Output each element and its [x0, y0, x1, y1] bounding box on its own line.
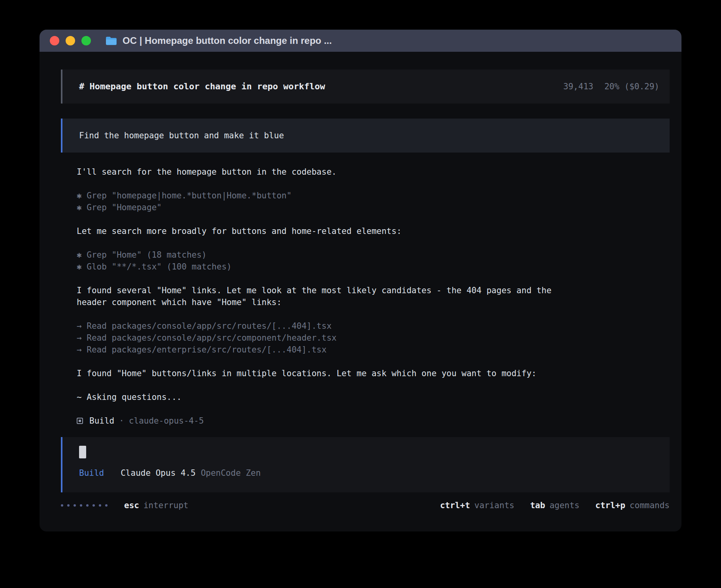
shortcut-label: commands: [630, 499, 670, 511]
model-label[interactable]: Claude Opus 4.5: [121, 467, 196, 479]
user-message-text: Find the homepage button and make it blu…: [79, 130, 284, 141]
tool-call-read: → Read packages/console/app/src/routes/[…: [77, 320, 670, 332]
shortcut-agents: tab agents: [530, 499, 579, 511]
shortcut-hints: ctrl+t variants tab agents ctrl+p comman…: [424, 499, 670, 511]
tool-call-read: → Read packages/console/app/src/componen…: [77, 332, 670, 344]
assistant-status-text: ~ Asking questions...: [77, 391, 670, 403]
shortcut-key: ctrl+p: [595, 499, 625, 511]
agent-build-icon: [77, 418, 83, 424]
tool-call-read: → Read packages/enterprise/src/routes/[.…: [77, 344, 670, 356]
traffic-lights: [50, 36, 91, 45]
close-window-button[interactable]: [50, 36, 59, 45]
titlebar: OC | Homepage button color change in rep…: [40, 30, 681, 52]
tool-call-glob: ✱ Glob "**/*.tsx" (100 matches): [77, 261, 670, 273]
tool-call-grep: ✱ Grep "Home" (18 matches): [77, 249, 670, 261]
assistant-text: I found several "Home" links. Let me loo…: [77, 285, 670, 296]
provider-label: OpenCode Zen: [201, 467, 261, 479]
prompt-input[interactable]: Build Claude Opus 4.5 OpenCode Zen: [61, 437, 670, 492]
separator-dot: ·: [119, 415, 124, 427]
spinner-dots: [61, 504, 108, 507]
transcript: I'll search for the homepage button in t…: [61, 166, 670, 427]
folder-icon: [105, 36, 117, 46]
assistant-text: I'll search for the homepage button in t…: [77, 166, 670, 178]
shortcut-label: variants: [474, 499, 514, 511]
context-usage: 20% ($0.29): [604, 81, 659, 92]
terminal-window: OC | Homepage button color change in rep…: [40, 30, 681, 531]
shortcut-variants: ctrl+t variants: [440, 499, 514, 511]
esc-key-hint: esc: [124, 499, 139, 511]
session-stats: 39,413 20% ($0.29): [563, 81, 659, 92]
tool-call-grep: ✱ Grep "Homepage": [77, 202, 670, 213]
shortcut-key: ctrl+t: [440, 499, 470, 511]
minimize-window-button[interactable]: [66, 36, 75, 45]
shortcut-key: tab: [530, 499, 545, 511]
agent-status-line: Build · claude-opus-4-5: [77, 415, 670, 427]
shortcut-commands: ctrl+p commands: [595, 499, 670, 511]
input-meta: Build Claude Opus 4.5 OpenCode Zen: [79, 467, 659, 479]
agent-name: Build: [89, 415, 114, 427]
esc-key-label: interrupt: [143, 499, 189, 511]
session-header: # Homepage button color change in repo w…: [61, 70, 670, 104]
window-title: OC | Homepage button color change in rep…: [123, 35, 332, 46]
mode-label[interactable]: Build: [79, 467, 104, 479]
tool-call-grep: ✱ Grep "homepage|home.*button|Home.*butt…: [77, 190, 670, 202]
statusbar: esc interrupt ctrl+t variants tab agents…: [61, 499, 670, 511]
text-cursor: [79, 446, 86, 458]
assistant-text: Let me search more broadly for buttons a…: [77, 225, 670, 237]
token-count: 39,413: [563, 81, 593, 92]
agent-model: claude-opus-4-5: [129, 415, 204, 427]
zoom-window-button[interactable]: [81, 36, 91, 45]
user-message: Find the homepage button and make it blu…: [61, 119, 670, 153]
assistant-text: header component which have "Home" links…: [77, 296, 670, 308]
session-title: # Homepage button color change in repo w…: [79, 81, 563, 92]
shortcut-label: agents: [549, 499, 579, 511]
assistant-text: I found "Home" buttons/links in multiple…: [77, 368, 670, 379]
